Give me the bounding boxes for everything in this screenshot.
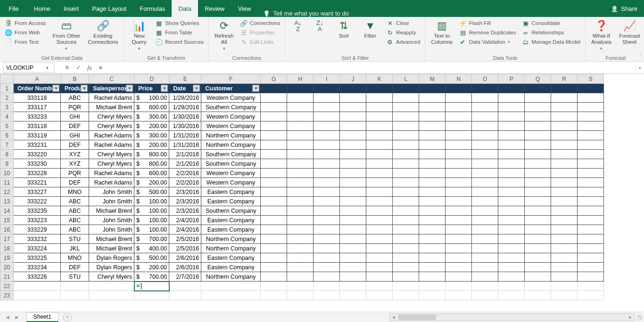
cell-D9[interactable]: $800.00: [134, 159, 169, 169]
row-header-7[interactable]: 7: [0, 140, 14, 150]
refresh-all-button[interactable]: ⟳ Refresh All: [213, 19, 235, 52]
cell-A7[interactable]: 333231: [14, 140, 61, 150]
from-access-button[interactable]: 🗄From Access: [4, 19, 47, 27]
cell-Q17[interactable]: [525, 234, 551, 244]
cell-B3[interactable]: PQR: [61, 103, 89, 112]
cell-F23[interactable]: [201, 291, 261, 300]
cell-O10[interactable]: [472, 169, 498, 178]
cell-O3[interactable]: [472, 103, 498, 112]
cell-L14[interactable]: [393, 206, 419, 216]
cell-L10[interactable]: [393, 169, 419, 178]
cell-R14[interactable]: [551, 206, 578, 216]
cell-I5[interactable]: [314, 121, 340, 131]
cell-Q21[interactable]: [525, 272, 551, 282]
cell-M20[interactable]: [419, 263, 446, 272]
cell-D13[interactable]: $100.00: [134, 197, 169, 206]
advanced-button[interactable]: ⚙Advanced: [385, 38, 421, 46]
cell-H22[interactable]: [287, 282, 314, 291]
cell-E16[interactable]: 2/4/2016: [169, 225, 201, 234]
scroll-right-button[interactable]: ►: [627, 315, 634, 320]
cell-P16[interactable]: [498, 225, 525, 234]
cell-G2[interactable]: [261, 93, 287, 103]
cell-K5[interactable]: [366, 121, 393, 131]
cell-H13[interactable]: [287, 197, 314, 206]
cell-K13[interactable]: [366, 197, 393, 206]
column-header-H[interactable]: H: [287, 74, 314, 84]
cell-C8[interactable]: Cheryl Myers: [89, 150, 134, 159]
cell-H6[interactable]: [287, 131, 314, 140]
cell-Q15[interactable]: [525, 216, 551, 225]
column-header-B[interactable]: B: [61, 74, 89, 84]
spreadsheet-grid[interactable]: ABCDEFGHIJKLMNOPQRS1Order NumberProductS…: [0, 74, 644, 312]
cell-I15[interactable]: [314, 216, 340, 225]
cell-Q2[interactable]: [525, 93, 551, 103]
manage-data-model-button[interactable]: 🗂Manage Data Model: [521, 38, 582, 46]
sort-button[interactable]: ⇅Sort: [332, 19, 355, 40]
edit-links-button[interactable]: ✎Edit Links: [239, 38, 281, 46]
cell-M22[interactable]: [419, 282, 446, 291]
cell-C7[interactable]: Rachel Adams: [89, 140, 134, 150]
cell-S18[interactable]: [578, 244, 604, 253]
cell-F19[interactable]: Eastern Company: [201, 253, 261, 263]
cell-M12[interactable]: [419, 187, 446, 197]
cell-S5[interactable]: [578, 121, 604, 131]
cell-E15[interactable]: 2/4/2016: [169, 216, 201, 225]
cell-K8[interactable]: [366, 150, 393, 159]
cell-B7[interactable]: DEF: [61, 140, 89, 150]
text-to-columns-button[interactable]: ▥Text to Columns: [429, 19, 454, 46]
cell-B6[interactable]: GHI: [61, 131, 89, 140]
cell-G11[interactable]: [261, 178, 287, 187]
cell-N2[interactable]: [446, 93, 472, 103]
cell-Q23[interactable]: [525, 291, 551, 300]
scroll-thumb[interactable]: [398, 314, 436, 320]
cell-F16[interactable]: Eastern Company: [201, 225, 261, 234]
cell-H1[interactable]: [287, 84, 314, 93]
cell-I23[interactable]: [314, 291, 340, 300]
cell-N8[interactable]: [446, 150, 472, 159]
cell-D17[interactable]: $700.00: [134, 234, 169, 244]
menu-tab-review[interactable]: Review: [198, 0, 231, 17]
cell-M23[interactable]: [419, 291, 446, 300]
cell-F22[interactable]: [201, 282, 261, 291]
cell-J21[interactable]: [340, 272, 366, 282]
filter-dropdown-D[interactable]: [161, 85, 168, 92]
cell-O8[interactable]: [472, 150, 498, 159]
cell-J15[interactable]: [340, 216, 366, 225]
cell-I11[interactable]: [314, 178, 340, 187]
row-header-1[interactable]: 1: [0, 84, 14, 93]
cell-E6[interactable]: 1/31/2016: [169, 131, 201, 140]
cell-I10[interactable]: [314, 169, 340, 178]
cell-B13[interactable]: ABC: [61, 197, 89, 206]
cell-S13[interactable]: [578, 197, 604, 206]
cell-R7[interactable]: [551, 140, 578, 150]
cell-F21[interactable]: Northern Company: [201, 272, 261, 282]
cell-D4[interactable]: $300.00: [134, 112, 169, 121]
cell-D14[interactable]: $100.00: [134, 206, 169, 216]
relationships-button[interactable]: ∞Relationships: [521, 28, 582, 37]
cell-G22[interactable]: [261, 282, 287, 291]
cell-N7[interactable]: [446, 140, 472, 150]
cell-I20[interactable]: [314, 263, 340, 272]
cell-A23[interactable]: [14, 291, 61, 300]
cell-F4[interactable]: Western Company: [201, 112, 261, 121]
cell-N23[interactable]: [446, 291, 472, 300]
cell-H17[interactable]: [287, 234, 314, 244]
row-header-8[interactable]: 8: [0, 150, 14, 159]
cell-N16[interactable]: [446, 225, 472, 234]
cell-K23[interactable]: [366, 291, 393, 300]
cell-Q4[interactable]: [525, 112, 551, 121]
cell-N19[interactable]: [446, 253, 472, 263]
cell-D7[interactable]: $200.00: [134, 140, 169, 150]
cell-K3[interactable]: [366, 103, 393, 112]
properties-button[interactable]: ☰Properties: [239, 28, 281, 37]
formula-input[interactable]: [95, 63, 636, 73]
from-table-button[interactable]: ▦From Table: [154, 28, 205, 37]
cell-S19[interactable]: [578, 253, 604, 263]
name-box-dropdown[interactable]: ▾: [43, 65, 51, 70]
cell-P2[interactable]: [498, 93, 525, 103]
what-if-analysis-button[interactable]: ❓What-If Analysis: [589, 19, 613, 52]
cell-P17[interactable]: [498, 234, 525, 244]
cell-C3[interactable]: Michael Brent: [89, 103, 134, 112]
insert-function-button[interactable]: fx: [84, 63, 95, 73]
cell-P20[interactable]: [498, 263, 525, 272]
